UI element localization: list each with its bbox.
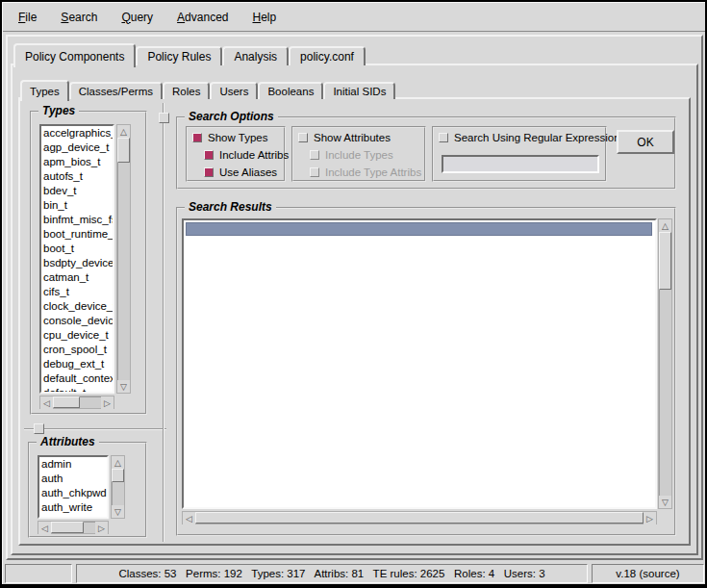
scroll-down-button[interactable]: ▽ <box>659 496 671 508</box>
policy-stats: Classes: 53 Perms: 192 Types: 317 Attrib… <box>76 564 588 583</box>
left-triangle-icon: ◁ <box>41 524 48 533</box>
show-attributes-checkbox[interactable]: Show Attributes <box>298 132 391 143</box>
scroll-down-button[interactable]: ▽ <box>117 380 130 393</box>
list-item[interactable]: binfmt_misc_fs <box>41 213 113 227</box>
list-item[interactable]: auth_chkpwd <box>39 486 107 500</box>
search-results-text[interactable] <box>182 218 657 509</box>
tab-analysis[interactable]: Analysis <box>222 46 289 65</box>
list-item[interactable]: default_t <box>41 386 113 394</box>
list-item[interactable]: bin_t <box>41 198 113 213</box>
results-horizontal-scrollbar[interactable]: ◁ ▷ <box>182 511 657 524</box>
attributes-vertical-scrollbar[interactable]: △ ▽ <box>111 455 125 519</box>
tab-initial-sids[interactable]: Initial SIDs <box>323 82 395 99</box>
list-item[interactable]: debug_ext_t <box>41 357 113 371</box>
menu-help[interactable]: Help <box>248 9 280 26</box>
list-item[interactable]: boot_runtime_t <box>41 227 113 242</box>
scroll-right-button[interactable]: ▷ <box>644 512 656 524</box>
vertical-sash-handle[interactable] <box>159 113 169 123</box>
up-triangle-icon: △ <box>662 221 669 231</box>
list-item[interactable]: default_context <box>41 371 113 386</box>
tab-policy-components[interactable]: Policy Components <box>13 43 136 67</box>
tab-policy-conf[interactable]: policy.conf <box>289 46 366 65</box>
menu-file[interactable]: File <box>14 9 40 26</box>
tab-policy-rules[interactable]: Policy Rules <box>136 46 222 65</box>
tab-classes-perms[interactable]: Classes/Perms <box>69 82 163 99</box>
list-item[interactable]: cpu_device_t <box>41 328 113 343</box>
policy-version: v.18 (source) <box>592 564 704 583</box>
main-frame: Policy Components Policy Rules Analysis … <box>6 35 703 560</box>
list-item[interactable]: cron_spool_t <box>41 343 113 357</box>
show-types-checkbox[interactable]: Show Types <box>192 132 267 143</box>
attributes-group: Attributes adminauthauth_chkpwdauth_writ… <box>28 442 147 538</box>
tab-types[interactable]: Types <box>20 80 69 101</box>
list-item[interactable]: accelgraphics_e <box>41 126 113 141</box>
scrollbar-thumb[interactable] <box>117 138 130 163</box>
scrollbar-thumb[interactable] <box>51 522 84 533</box>
results-vertical-scrollbar[interactable]: △ ▽ <box>658 218 672 509</box>
attributes-listbox[interactable]: adminauthauth_chkpwdauth_write <box>38 455 109 519</box>
regex-checkbox[interactable]: Search Using Regular Expression <box>439 132 620 143</box>
scrollbar-trough[interactable] <box>84 522 95 533</box>
list-item[interactable]: catman_t <box>41 270 113 285</box>
scroll-right-button[interactable]: ▷ <box>95 522 108 534</box>
tab-roles[interactable]: Roles <box>163 82 210 99</box>
scroll-left-button[interactable]: ◁ <box>183 512 195 524</box>
up-triangle-icon: △ <box>120 127 127 137</box>
menu-search[interactable]: Search <box>57 9 101 26</box>
show-attributes-label: Show Attributes <box>314 132 391 143</box>
scroll-up-button[interactable]: △ <box>112 456 124 469</box>
types-listbox[interactable]: accelgraphics_eagp_device_tapm_bios_taut… <box>39 124 114 394</box>
scrollbar-thumb[interactable] <box>112 469 124 482</box>
menu-query[interactable]: Query <box>117 9 157 26</box>
search-options-group: Search Options Show Types Include Attrib… <box>176 116 676 190</box>
list-item[interactable]: console_device <box>41 314 113 328</box>
tab-users[interactable]: Users <box>210 82 258 99</box>
list-item[interactable]: admin <box>39 457 107 472</box>
main-tab-bar: Policy Components Policy Rules Analysis … <box>13 39 366 65</box>
right-triangle-icon: ▷ <box>646 514 653 524</box>
include-attribs-checkbox[interactable]: Include Attribs <box>204 149 289 161</box>
scrollbar-trough[interactable] <box>112 482 124 505</box>
types-vertical-scrollbar[interactable]: △ ▽ <box>116 124 131 394</box>
horizontal-sash-handle[interactable] <box>34 423 44 434</box>
include-type-attribs-checkbox[interactable]: Include Type Attribs <box>310 166 421 178</box>
scroll-left-button[interactable]: ◁ <box>40 396 53 409</box>
attributes-horizontal-scrollbar[interactable]: ◁ ▷ <box>38 521 109 534</box>
vertical-sash-line <box>163 103 164 542</box>
tab-booleans[interactable]: Booleans <box>258 82 323 99</box>
include-type-attribs-label: Include Type Attribs <box>325 166 421 178</box>
list-item[interactable]: auth <box>39 472 107 486</box>
scrollbar-trough[interactable] <box>117 163 130 380</box>
use-aliases-checkbox[interactable]: Use Aliases <box>204 166 277 178</box>
list-item[interactable]: apm_bios_t <box>41 155 113 169</box>
app-window: File Search Query Advanced Help Policy C… <box>0 0 707 588</box>
ok-button[interactable]: OK <box>617 130 674 154</box>
scroll-right-button[interactable]: ▷ <box>101 396 114 409</box>
list-item[interactable]: auth_write <box>39 500 107 515</box>
down-triangle-icon: ▽ <box>114 507 121 517</box>
list-item[interactable]: clock_device_t <box>41 299 113 314</box>
include-attribs-label: Include Attribs <box>219 149 289 161</box>
list-item[interactable]: autofs_t <box>41 169 113 184</box>
regex-entry[interactable] <box>442 155 599 173</box>
scrollbar-trough[interactable] <box>659 290 671 496</box>
search-options-title: Search Options <box>185 110 278 123</box>
list-item[interactable]: bsdpty_device_ <box>41 256 113 270</box>
scrollbar-trough[interactable] <box>80 396 101 408</box>
checkbox-indicator-icon <box>439 133 448 142</box>
scrollbar-thumb[interactable] <box>659 232 671 290</box>
scroll-down-button[interactable]: ▽ <box>112 505 124 518</box>
list-item[interactable]: cifs_t <box>41 285 113 299</box>
list-item[interactable]: agp_device_t <box>41 141 113 155</box>
scrollbar-thumb[interactable] <box>195 512 644 524</box>
regex-groupbox: Search Using Regular Expression <box>432 126 607 182</box>
list-item[interactable]: boot_t <box>41 242 113 256</box>
include-types-checkbox[interactable]: Include Types <box>310 149 393 161</box>
menu-advanced[interactable]: Advanced <box>173 9 232 26</box>
list-item[interactable]: bdev_t <box>41 184 113 198</box>
types-horizontal-scrollbar[interactable]: ◁ ▷ <box>39 396 114 409</box>
scroll-up-button[interactable]: △ <box>117 125 130 138</box>
scroll-up-button[interactable]: △ <box>659 219 671 232</box>
scrollbar-thumb[interactable] <box>53 396 80 408</box>
scroll-left-button[interactable]: ◁ <box>38 522 51 534</box>
